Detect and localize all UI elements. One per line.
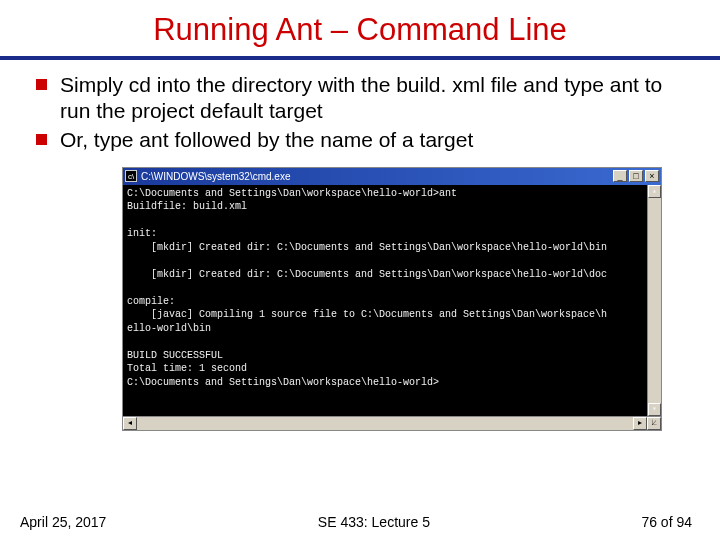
slide-title: Running Ant – Command Line — [0, 0, 720, 56]
bullet-list: Simply cd into the directory with the bu… — [36, 72, 684, 153]
scroll-down-icon[interactable]: ▾ — [648, 403, 661, 416]
terminal-line: Total time: 1 second — [127, 363, 247, 374]
vertical-scrollbar[interactable]: ▴ ▾ — [647, 185, 661, 416]
footer-page: 76 of 94 — [641, 514, 692, 530]
horizontal-scrollbar[interactable]: ◂ ▸ ⟀ — [122, 417, 662, 431]
terminal-window: c\ C:\WINDOWS\system32\cmd.exe _ □ × C:\… — [122, 167, 662, 431]
slide-footer: April 25, 2017 SE 433: Lecture 5 76 of 9… — [0, 514, 720, 530]
bullet-item: Or, type ant followed by the name of a t… — [36, 127, 684, 153]
terminal-line: BUILD SUCCESSFUL — [127, 350, 223, 361]
terminal-line: init: — [127, 228, 157, 239]
maximize-button[interactable]: □ — [629, 170, 643, 182]
terminal-line: [mkdir] Created dir: C:\Documents and Se… — [127, 242, 607, 253]
terminal-body: C:\Documents and Settings\Dan\workspace\… — [122, 185, 662, 417]
terminal-line: [mkdir] Created dir: C:\Documents and Se… — [127, 269, 607, 280]
cmd-icon: c\ — [125, 170, 137, 182]
scroll-left-icon[interactable]: ◂ — [123, 417, 137, 430]
scroll-up-icon[interactable]: ▴ — [648, 185, 661, 198]
content-area: Simply cd into the directory with the bu… — [0, 60, 720, 431]
terminal-line: [javac] Compiling 1 source file to C:\Do… — [127, 309, 607, 320]
terminal-line: compile: — [127, 296, 175, 307]
terminal-line: ello-world\bin — [127, 323, 211, 334]
terminal-line: C:\Documents and Settings\Dan\workspace\… — [127, 377, 439, 388]
scroll-right-icon[interactable]: ▸ — [633, 417, 647, 430]
terminal-line: C:\Documents and Settings\Dan\workspace\… — [127, 188, 457, 199]
terminal-line: Buildfile: build.xml — [127, 201, 247, 212]
footer-date: April 25, 2017 — [20, 514, 106, 530]
terminal-titlebar: c\ C:\WINDOWS\system32\cmd.exe _ □ × — [122, 167, 662, 185]
minimize-button[interactable]: _ — [613, 170, 627, 182]
terminal-title-text: C:\WINDOWS\system32\cmd.exe — [141, 171, 611, 182]
close-button[interactable]: × — [645, 170, 659, 182]
resize-grip-icon[interactable]: ⟀ — [647, 417, 661, 430]
bullet-item: Simply cd into the directory with the bu… — [36, 72, 684, 125]
footer-course: SE 433: Lecture 5 — [318, 514, 430, 530]
